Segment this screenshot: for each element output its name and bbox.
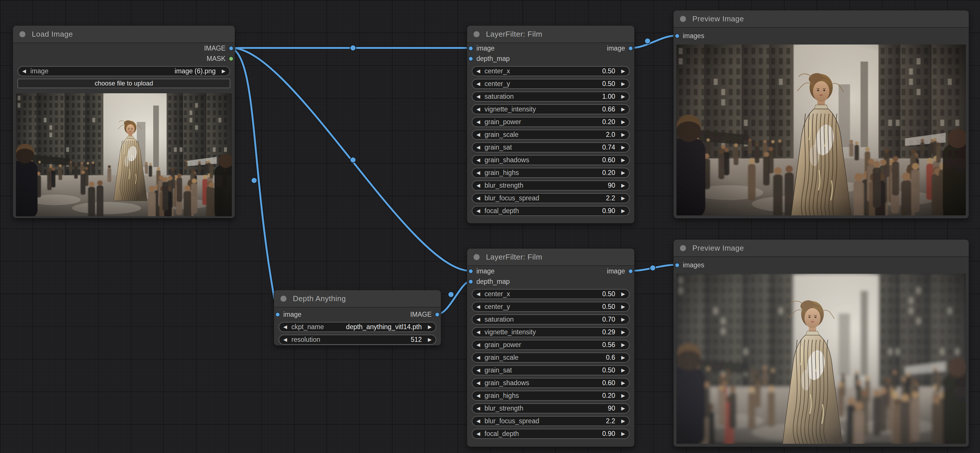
- output-slot-MASK[interactable]: [229, 56, 234, 61]
- node-depth-anything[interactable]: Depth Anything imageIMAGE◀ckpt_namedepth…: [274, 290, 441, 345]
- decrement-arrow-icon[interactable]: ◀: [476, 379, 480, 388]
- increment-arrow-icon[interactable]: ▶: [428, 335, 432, 344]
- decrement-arrow-icon[interactable]: ◀: [476, 143, 480, 152]
- widget-grain_power[interactable]: ◀grain_power0.56▶: [472, 340, 630, 350]
- decrement-arrow-icon[interactable]: ◀: [476, 155, 480, 165]
- widget-grain_scale[interactable]: ◀grain_scale0.6▶: [472, 353, 630, 363]
- input-slot-depth_map[interactable]: [468, 56, 473, 61]
- increment-arrow-icon[interactable]: ▶: [621, 366, 625, 375]
- decrement-arrow-icon[interactable]: ◀: [476, 79, 480, 88]
- input-slot-depth_map[interactable]: [468, 279, 473, 284]
- input-slot-images[interactable]: [675, 263, 679, 268]
- widget-center_x[interactable]: ◀center_x0.50▶: [472, 289, 630, 299]
- increment-arrow-icon[interactable]: ▶: [621, 353, 625, 362]
- decrement-arrow-icon[interactable]: ◀: [476, 341, 480, 349]
- increment-arrow-icon[interactable]: ▶: [222, 67, 226, 76]
- decrement-arrow-icon[interactable]: ◀: [283, 335, 287, 344]
- input-slot-image[interactable]: [468, 46, 473, 51]
- widget-saturation[interactable]: ◀saturation0.70▶: [472, 314, 630, 325]
- widget-grain_highs[interactable]: ◀grain_highs0.20▶: [472, 168, 630, 178]
- widget-grain_sat[interactable]: ◀grain_sat0.74▶: [472, 143, 630, 152]
- increment-arrow-icon[interactable]: ▶: [621, 181, 625, 190]
- increment-arrow-icon[interactable]: ▶: [621, 302, 625, 311]
- increment-arrow-icon[interactable]: ▶: [621, 391, 625, 400]
- collapse-dot[interactable]: [19, 31, 25, 37]
- widget-grain_shadows[interactable]: ◀grain_shadows0.60▶: [472, 155, 630, 165]
- widget-blur_focus_spread[interactable]: ◀blur_focus_spread2.2▶: [472, 193, 630, 203]
- input-slot-image[interactable]: [275, 312, 280, 317]
- node-header[interactable]: LayerFilter: Film: [467, 26, 634, 43]
- preview-image-output[interactable]: [676, 44, 966, 215]
- increment-arrow-icon[interactable]: ▶: [621, 79, 625, 88]
- widget-grain_highs[interactable]: ◀grain_highs0.20▶: [472, 391, 630, 401]
- decrement-arrow-icon[interactable]: ◀: [476, 417, 480, 426]
- decrement-arrow-icon[interactable]: ◀: [283, 323, 287, 331]
- increment-arrow-icon[interactable]: ▶: [621, 168, 625, 177]
- widget-ckpt_name[interactable]: ◀ckpt_namedepth_anything_vitl14.pth▶: [279, 322, 436, 332]
- node-preview-image-bottom[interactable]: Preview Image images: [673, 239, 969, 447]
- increment-arrow-icon[interactable]: ▶: [621, 341, 625, 349]
- decrement-arrow-icon[interactable]: ◀: [476, 206, 480, 215]
- increment-arrow-icon[interactable]: ▶: [621, 417, 625, 426]
- decrement-arrow-icon[interactable]: ◀: [476, 302, 480, 311]
- decrement-arrow-icon[interactable]: ◀: [476, 194, 480, 203]
- node-layerfilter-film-top[interactable]: LayerFilter: Film imageimagedepth_map◀ce…: [467, 25, 635, 223]
- decrement-arrow-icon[interactable]: ◀: [476, 429, 480, 438]
- increment-arrow-icon[interactable]: ▶: [621, 379, 625, 388]
- increment-arrow-icon[interactable]: ▶: [621, 206, 625, 215]
- widget-focal_depth[interactable]: ◀focal_depth0.90▶: [472, 206, 630, 216]
- decrement-arrow-icon[interactable]: ◀: [476, 168, 480, 177]
- widget-vignette_intensity[interactable]: ◀vignette_intensity0.66▶: [472, 104, 630, 114]
- widget-blur_strength[interactable]: ◀blur_strength90▶: [472, 403, 630, 413]
- node-header[interactable]: Load Image: [13, 26, 235, 43]
- widget-image[interactable]: ◀imageimage (6).png▶: [18, 66, 230, 76]
- decrement-arrow-icon[interactable]: ◀: [476, 404, 480, 413]
- collapse-dot[interactable]: [474, 254, 480, 260]
- choose-file-button[interactable]: choose file to upload: [18, 79, 230, 88]
- increment-arrow-icon[interactable]: ▶: [621, 105, 625, 114]
- decrement-arrow-icon[interactable]: ◀: [476, 391, 480, 400]
- node-preview-image-top[interactable]: Preview Image images: [673, 10, 969, 219]
- widget-center_y[interactable]: ◀center_y0.50▶: [472, 302, 630, 312]
- widget-blur_strength[interactable]: ◀blur_strength90▶: [472, 181, 630, 190]
- increment-arrow-icon[interactable]: ▶: [621, 155, 625, 165]
- node-graph-canvas[interactable]: { "colors": { "link": "#5aa2e0", "slot_i…: [0, 0, 980, 453]
- increment-arrow-icon[interactable]: ▶: [621, 67, 625, 76]
- decrement-arrow-icon[interactable]: ◀: [476, 181, 480, 190]
- decrement-arrow-icon[interactable]: ◀: [476, 290, 480, 299]
- decrement-arrow-icon[interactable]: ◀: [22, 67, 26, 76]
- output-slot-image[interactable]: [628, 269, 633, 274]
- increment-arrow-icon[interactable]: ▶: [621, 194, 625, 203]
- increment-arrow-icon[interactable]: ▶: [621, 315, 625, 324]
- input-slot-images[interactable]: [675, 33, 679, 38]
- widget-blur_focus_spread[interactable]: ◀blur_focus_spread2.2▶: [472, 416, 630, 426]
- widget-focal_depth[interactable]: ◀focal_depth0.90▶: [472, 429, 630, 439]
- increment-arrow-icon[interactable]: ▶: [621, 130, 625, 139]
- node-header[interactable]: Preview Image: [674, 10, 969, 28]
- widget-center_x[interactable]: ◀center_x0.50▶: [472, 66, 630, 76]
- output-slot-image[interactable]: [628, 46, 633, 51]
- widget-grain_power[interactable]: ◀grain_power0.20▶: [472, 117, 630, 127]
- widget-saturation[interactable]: ◀saturation1.00▶: [472, 92, 630, 101]
- collapse-dot[interactable]: [680, 245, 686, 251]
- input-slot-image[interactable]: [468, 269, 473, 274]
- decrement-arrow-icon[interactable]: ◀: [476, 353, 480, 362]
- preview-image-output[interactable]: [676, 274, 966, 444]
- widget-grain_scale[interactable]: ◀grain_scale2.0▶: [472, 130, 630, 140]
- node-header[interactable]: Preview Image: [674, 240, 969, 257]
- widget-center_y[interactable]: ◀center_y0.50▶: [472, 79, 630, 89]
- node-header[interactable]: LayerFilter: Film: [467, 249, 634, 266]
- increment-arrow-icon[interactable]: ▶: [621, 92, 625, 101]
- collapse-dot[interactable]: [280, 296, 286, 302]
- node-layerfilter-film-bottom[interactable]: LayerFilter: Film imageimagedepth_map◀ce…: [467, 248, 635, 447]
- decrement-arrow-icon[interactable]: ◀: [476, 92, 480, 101]
- node-header[interactable]: Depth Anything: [274, 290, 441, 307]
- decrement-arrow-icon[interactable]: ◀: [476, 366, 480, 375]
- collapse-dot[interactable]: [680, 16, 686, 22]
- decrement-arrow-icon[interactable]: ◀: [476, 328, 480, 337]
- decrement-arrow-icon[interactable]: ◀: [476, 67, 480, 76]
- increment-arrow-icon[interactable]: ▶: [621, 404, 625, 413]
- decrement-arrow-icon[interactable]: ◀: [476, 117, 480, 127]
- increment-arrow-icon[interactable]: ▶: [621, 143, 625, 152]
- widget-resolution[interactable]: ◀resolution512▶: [279, 335, 436, 345]
